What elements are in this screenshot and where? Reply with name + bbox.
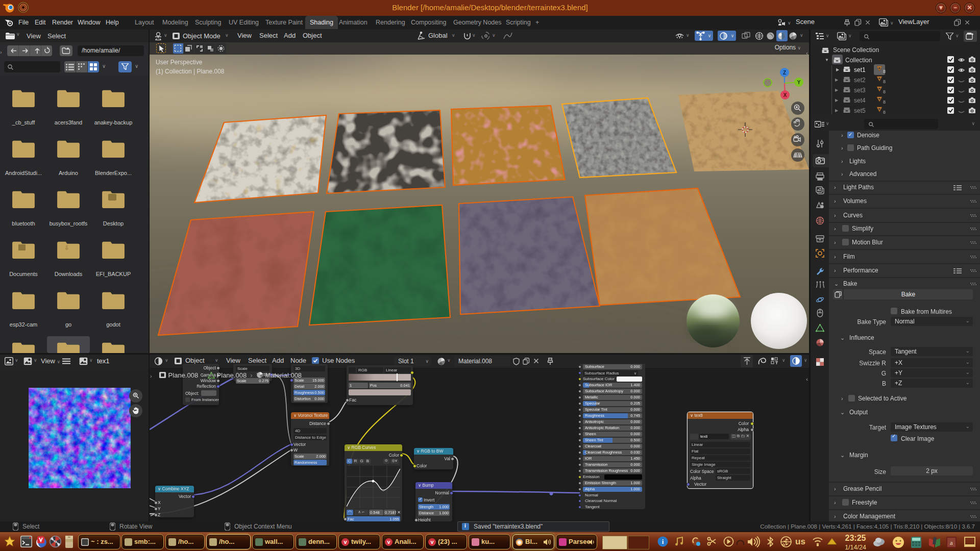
svg-text:User Perspective: User Perspective xyxy=(156,59,203,66)
svg-text:Z: Z xyxy=(783,70,786,76)
svg-text:i: i xyxy=(662,538,664,545)
svg-text:X: X xyxy=(783,92,787,98)
svg-text:a: a xyxy=(950,539,953,546)
svg-text:(1) Collection | Plane.008: (1) Collection | Plane.008 xyxy=(156,68,225,75)
svg-text:Y: Y xyxy=(797,80,801,85)
